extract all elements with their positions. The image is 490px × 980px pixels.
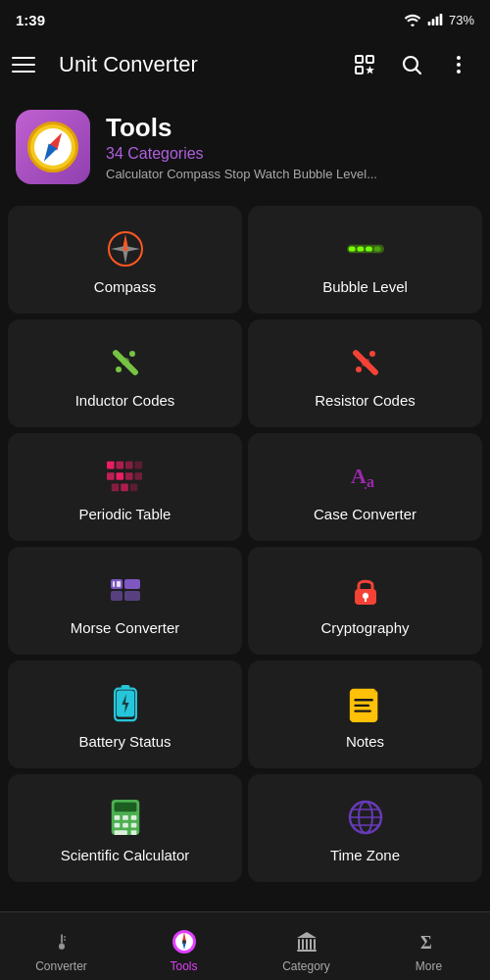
svg-rect-32 bbox=[107, 461, 115, 468]
svg-rect-90 bbox=[297, 950, 317, 952]
inductor-icon bbox=[106, 343, 145, 382]
menu-button[interactable] bbox=[12, 47, 47, 82]
search-button[interactable] bbox=[392, 45, 431, 84]
svg-rect-23 bbox=[373, 246, 380, 251]
svg-rect-36 bbox=[107, 472, 115, 480]
thermometer-icon bbox=[48, 928, 75, 956]
svg-rect-41 bbox=[121, 483, 128, 491]
svg-rect-74 bbox=[114, 830, 126, 835]
svg-marker-92 bbox=[297, 932, 317, 938]
nav-item-category[interactable]: Category bbox=[245, 920, 368, 973]
grid-item-battery[interactable]: Battery Status bbox=[8, 661, 242, 768]
svg-point-26 bbox=[116, 367, 122, 372]
svg-rect-73 bbox=[130, 822, 136, 827]
more-vert-icon bbox=[447, 53, 470, 76]
svg-rect-50 bbox=[113, 581, 115, 587]
svg-line-9 bbox=[416, 70, 421, 74]
grid-item-timezone[interactable]: Time Zone bbox=[248, 774, 482, 882]
svg-rect-94 bbox=[302, 939, 304, 950]
status-bar: 1:39 73% bbox=[0, 0, 490, 35]
periodic-table-icon bbox=[106, 457, 145, 496]
svg-rect-0 bbox=[428, 22, 431, 25]
svg-point-12 bbox=[457, 70, 461, 74]
grid-item-morse[interactable]: Morse Converter bbox=[8, 547, 242, 655]
hamburger-line-2 bbox=[12, 64, 35, 66]
cryptography-label: Cryptography bbox=[320, 619, 409, 636]
nav-more-label: More bbox=[416, 959, 442, 973]
svg-marker-7 bbox=[366, 66, 374, 74]
more-options-button[interactable] bbox=[439, 45, 478, 84]
grid-item-compass[interactable]: Compass bbox=[8, 206, 242, 314]
grid-item-case[interactable]: A a Case Converter bbox=[248, 433, 482, 541]
inductor-label: Inductor Codes bbox=[75, 392, 175, 409]
grid-item-cryptography[interactable]: Cryptography bbox=[248, 547, 482, 655]
case-converter-icon: A a bbox=[346, 457, 385, 496]
bubble-level-label: Bubble Level bbox=[322, 278, 408, 295]
svg-rect-38 bbox=[125, 472, 133, 480]
grid-item-notes[interactable]: Notes bbox=[248, 661, 482, 768]
battery-label: Battery Status bbox=[78, 733, 171, 750]
timezone-icon bbox=[346, 798, 385, 837]
top-bar-actions bbox=[345, 45, 478, 84]
cryptography-icon bbox=[346, 570, 385, 610]
tools-description: Calculator Compass Stop Watch Bubble Lev… bbox=[106, 167, 474, 181]
bubble-level-icon bbox=[346, 229, 385, 269]
grid-item-resistor[interactable]: Resistor Codes bbox=[248, 319, 482, 427]
svg-rect-2 bbox=[436, 17, 439, 25]
hamburger-line-3 bbox=[12, 71, 35, 73]
svg-rect-42 bbox=[129, 483, 137, 491]
app-title: Unit Converter bbox=[59, 52, 333, 77]
grid-item-sci-calc[interactable]: Scientific Calculator bbox=[8, 774, 242, 882]
grid-item-bubble-level[interactable]: Bubble Level bbox=[248, 206, 482, 314]
svg-rect-47 bbox=[111, 591, 122, 601]
svg-rect-20 bbox=[348, 246, 355, 251]
tools-icon-bg bbox=[16, 110, 90, 184]
resistor-label: Resistor Codes bbox=[315, 392, 416, 409]
svg-point-30 bbox=[356, 367, 362, 372]
svg-rect-39 bbox=[134, 472, 142, 480]
top-bar: Unit Converter bbox=[0, 35, 490, 94]
grid-item-periodic[interactable]: Periodic Table bbox=[8, 433, 242, 541]
nav-item-more[interactable]: Σ More bbox=[368, 920, 490, 973]
svg-rect-71 bbox=[114, 822, 120, 827]
status-time: 1:39 bbox=[16, 12, 45, 28]
svg-rect-3 bbox=[440, 14, 443, 25]
svg-rect-93 bbox=[298, 939, 300, 950]
timezone-label: Time Zone bbox=[330, 847, 400, 863]
compass-icon bbox=[27, 122, 78, 172]
svg-rect-33 bbox=[116, 461, 123, 468]
svg-rect-22 bbox=[366, 246, 372, 251]
scientific-calculator-icon bbox=[106, 798, 145, 837]
signal-icon bbox=[427, 13, 443, 26]
svg-point-27 bbox=[122, 358, 129, 366]
svg-rect-57 bbox=[365, 592, 367, 596]
svg-rect-82 bbox=[61, 935, 63, 943]
grid-item-inductor[interactable]: Inductor Codes bbox=[8, 319, 242, 427]
tools-grid: Compass Bubble Level Inductor Codes bbox=[0, 200, 490, 888]
sigma-icon: Σ bbox=[416, 928, 443, 956]
svg-rect-21 bbox=[357, 246, 364, 251]
nav-converter-label: Converter bbox=[35, 959, 87, 973]
resistor-icon bbox=[346, 343, 385, 382]
header-text: Tools 34 Categories Calculator Compass S… bbox=[106, 113, 474, 181]
notes-icon bbox=[346, 684, 385, 723]
svg-rect-4 bbox=[356, 56, 363, 63]
svg-text:Σ: Σ bbox=[420, 933, 432, 953]
svg-rect-96 bbox=[310, 939, 312, 950]
svg-rect-69 bbox=[122, 815, 128, 820]
svg-point-25 bbox=[129, 351, 135, 357]
nav-item-converter[interactable]: Converter bbox=[0, 920, 122, 973]
nav-tools-label: Tools bbox=[170, 959, 197, 973]
svg-rect-75 bbox=[130, 830, 136, 835]
svg-rect-37 bbox=[116, 472, 123, 480]
header-card: Tools 34 Categories Calculator Compass S… bbox=[0, 94, 490, 200]
morse-label: Morse Converter bbox=[71, 619, 180, 636]
compass-label: Compass bbox=[94, 278, 156, 295]
tools-nav-icon bbox=[171, 928, 198, 956]
nav-item-tools[interactable]: Tools bbox=[122, 920, 245, 973]
svg-rect-67 bbox=[114, 802, 136, 811]
tools-categories: 34 Categories bbox=[106, 145, 474, 163]
favorites-button[interactable] bbox=[345, 45, 384, 84]
svg-rect-48 bbox=[124, 579, 140, 589]
notes-label: Notes bbox=[346, 733, 384, 750]
